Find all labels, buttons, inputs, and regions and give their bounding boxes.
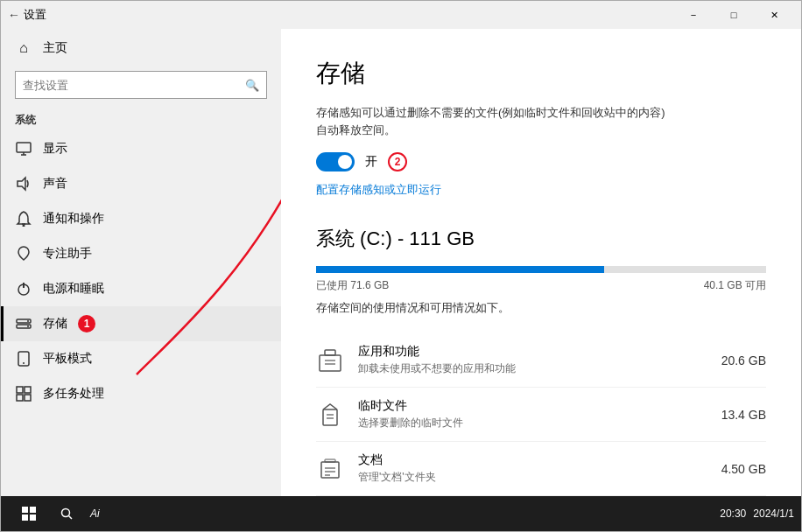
- temp-icon: [316, 401, 344, 429]
- titlebar-title: 设置: [24, 7, 46, 23]
- storage-icon: [15, 315, 32, 332]
- storage-bar: [316, 266, 766, 273]
- minimize-button[interactable]: −: [673, 1, 714, 29]
- search-taskbar-item[interactable]: [53, 496, 80, 531]
- svg-rect-36: [30, 514, 36, 521]
- sidebar-item-tablet[interactable]: 平板模式: [1, 341, 281, 376]
- temp-size: 13.4 GB: [721, 408, 766, 422]
- storage-free-label: 40.1 GB 可用: [704, 278, 766, 293]
- svg-rect-33: [22, 507, 28, 513]
- sidebar-item-notifications[interactable]: 通知和操作: [1, 201, 281, 236]
- storage-label: 存储: [43, 316, 67, 332]
- drive-title: 系统 (C:) - 111 GB: [316, 226, 766, 252]
- svg-marker-3: [18, 178, 25, 190]
- search-icon: 🔍: [245, 79, 259, 92]
- taskbar: Ai 20:30 2024/1/1: [1, 496, 801, 531]
- apps-icon: [316, 346, 344, 374]
- storage-item-docs[interactable]: 文档 管理'文档'文件夹 4.50 GB: [316, 442, 766, 496]
- storage-item-temp[interactable]: 临时文件 选择要删除的临时文件 13.4 GB: [316, 388, 766, 442]
- close-button[interactable]: ✕: [754, 1, 794, 29]
- titlebar: ← 设置 − □ ✕: [1, 1, 801, 29]
- storage-description: 存储感知可以通过删除不需要的文件(例如临时文件和回收站中的内容) 自动释放空间。: [316, 104, 766, 138]
- sidebar-item-display[interactable]: 显示: [1, 131, 281, 166]
- power-icon: [15, 280, 32, 298]
- docs-desc: 管理'文档'文件夹: [358, 470, 707, 485]
- temp-desc: 选择要删除的临时文件: [358, 416, 707, 430]
- multitask-icon: [15, 385, 32, 402]
- svg-rect-0: [17, 143, 31, 152]
- toggle-on-label: 开: [365, 154, 377, 170]
- svg-line-38: [69, 516, 73, 520]
- svg-rect-18: [320, 355, 341, 371]
- docs-icon: [316, 455, 344, 483]
- svg-rect-35: [22, 514, 28, 521]
- multitask-label: 多任务处理: [43, 386, 104, 402]
- taskbar-date: 2024/1/1: [753, 508, 794, 520]
- sidebar-item-multitask[interactable]: 多任务处理: [1, 376, 281, 411]
- taskbar-time: 20:30: [720, 508, 746, 520]
- storage-item-apps[interactable]: 应用和功能 卸载未使用或不想要的应用和功能 20.6 GB: [316, 333, 766, 388]
- svg-rect-22: [323, 410, 337, 425]
- titlebar-controls: − □ ✕: [673, 1, 794, 29]
- apps-desc: 卸载未使用或不想要的应用和功能: [358, 361, 707, 376]
- focus-icon: [15, 245, 32, 262]
- display-label: 显示: [43, 141, 67, 157]
- start-button[interactable]: [8, 496, 50, 531]
- home-icon: ⌂: [15, 39, 32, 57]
- svg-rect-17: [25, 395, 31, 401]
- toggle-badge: 2: [388, 152, 407, 172]
- sidebar-section-label: 系统: [1, 109, 281, 131]
- svg-rect-15: [25, 387, 31, 393]
- notifications-icon: [15, 210, 32, 228]
- docs-info: 文档 管理'文档'文件夹: [358, 452, 707, 485]
- sidebar-item-sound[interactable]: 声音: [1, 166, 281, 201]
- svg-point-11: [27, 326, 29, 327]
- notifications-label: 通知和操作: [43, 211, 104, 227]
- settings-window: ← 设置 − □ ✕ ⌂ 主页 🔍 系统: [0, 0, 802, 532]
- sidebar: ⌂ 主页 🔍 系统 显示 声音: [1, 29, 281, 496]
- temp-info: 临时文件 选择要删除的临时文件: [358, 398, 707, 430]
- sidebar-item-power[interactable]: 电源和睡眠: [1, 271, 281, 306]
- display-icon: [15, 140, 32, 158]
- sidebar-item-storage[interactable]: 存储 1: [1, 306, 281, 341]
- storage-sense-toggle[interactable]: [316, 152, 355, 172]
- ai-label: Ai: [90, 508, 100, 520]
- titlebar-back-icon: ←: [8, 8, 20, 22]
- docs-size: 4.50 GB: [721, 462, 766, 476]
- sidebar-item-home[interactable]: ⌂ 主页: [1, 29, 281, 67]
- svg-point-37: [62, 509, 70, 517]
- apps-info: 应用和功能 卸载未使用或不想要的应用和功能: [358, 344, 707, 376]
- focus-label: 专注助手: [43, 246, 92, 262]
- tablet-icon: [15, 350, 32, 368]
- svg-point-13: [23, 362, 25, 364]
- configure-link[interactable]: 配置存储感知或立即运行: [316, 182, 441, 198]
- svg-rect-26: [325, 459, 335, 462]
- svg-rect-14: [17, 387, 23, 393]
- storage-bar-fill: [316, 266, 604, 273]
- docs-name: 文档: [358, 452, 707, 468]
- svg-rect-34: [30, 507, 36, 513]
- apps-size: 20.6 GB: [721, 354, 766, 368]
- content-area: 存储 存储感知可以通过删除不需要的文件(例如临时文件和回收站中的内容) 自动释放…: [281, 29, 801, 496]
- tablet-label: 平板模式: [43, 351, 92, 367]
- sidebar-item-focus[interactable]: 专注助手: [1, 236, 281, 271]
- svg-rect-16: [17, 395, 23, 401]
- taskbar-right: 20:30 2024/1/1: [720, 508, 794, 520]
- storage-info: 存储空间的使用情况和可用情况如下。: [316, 300, 766, 316]
- toggle-row: 开 2: [316, 152, 766, 172]
- svg-point-10: [27, 320, 29, 322]
- apps-name: 应用和功能: [358, 344, 707, 360]
- taskbar-ai-item[interactable]: Ai: [83, 496, 107, 531]
- search-input[interactable]: [23, 79, 245, 92]
- maximize-button[interactable]: □: [714, 1, 754, 29]
- search-box[interactable]: 🔍: [15, 71, 267, 99]
- page-title: 存储: [316, 57, 766, 90]
- power-label: 电源和睡眠: [43, 281, 104, 297]
- windows-icon: [22, 507, 36, 521]
- storage-badge: 1: [78, 315, 95, 332]
- main-layout: ⌂ 主页 🔍 系统 显示 声音: [1, 29, 801, 496]
- taskbar-search-icon: [60, 508, 73, 520]
- storage-used-label: 已使用 71.6 GB: [316, 278, 389, 293]
- sound-label: 声音: [43, 176, 67, 192]
- sound-icon: [15, 175, 32, 192]
